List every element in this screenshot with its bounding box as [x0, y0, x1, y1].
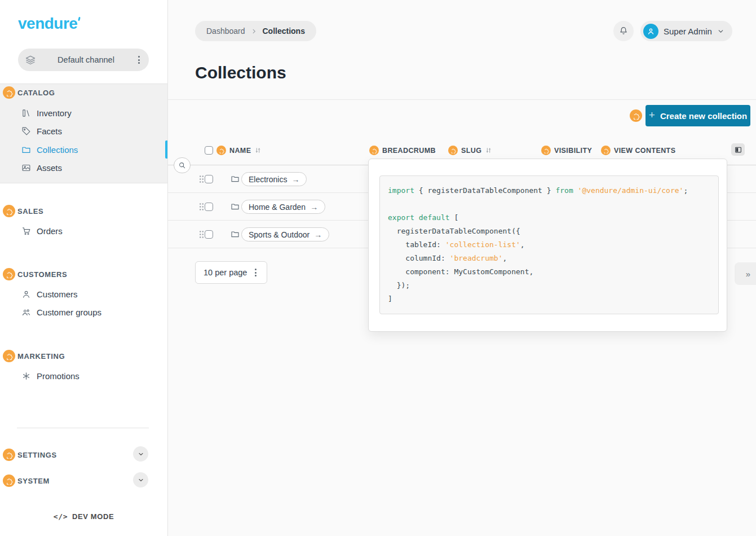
sidebar-item-collections[interactable]: Collections	[21, 143, 78, 156]
extension-point-icon[interactable]	[448, 146, 458, 155]
column-label: VISIBILITY	[554, 147, 592, 155]
page-title: Collections	[195, 63, 286, 82]
create-button-label: Create new collection	[660, 111, 747, 121]
extension-point-icon[interactable]	[3, 268, 15, 280]
user-menu[interactable]: Super Admin	[640, 21, 732, 41]
extension-point-icon[interactable]	[541, 146, 551, 155]
dev-mode-toggle[interactable]: </> DEV MODE	[0, 512, 167, 521]
column-header-slug[interactable]: SLUG	[448, 146, 492, 155]
pagination-next-button[interactable]: »	[735, 262, 756, 285]
sidebar-item-label: Assets	[37, 163, 62, 173]
sidebar-item-assets[interactable]: Assets	[21, 161, 62, 174]
dev-mode-code-popover: import { registerDataTableComponent } fr…	[368, 159, 727, 332]
sidebar-section-customers[interactable]: CUSTOMERS	[3, 267, 67, 281]
row-checkbox[interactable]	[205, 175, 213, 183]
folder-icon	[21, 145, 31, 155]
user-icon	[21, 289, 31, 299]
sidebar-section-catalog[interactable]: CATALOG	[3, 86, 55, 99]
section-label: SALES	[17, 207, 43, 216]
chevron-right-icon	[251, 28, 257, 34]
collection-name: Sports & Outdoor	[249, 230, 310, 239]
sidebar-item-customer-groups[interactable]: Customer groups	[21, 305, 101, 319]
create-new-collection-button[interactable]: + Create new collection	[646, 105, 750, 126]
column-picker-button[interactable]	[731, 143, 745, 156]
breadcrumb[interactable]: Dashboard Collections	[195, 21, 316, 41]
table-search-button[interactable]	[174, 157, 191, 173]
sidebar-item-label: Inventory	[37, 108, 72, 118]
section-label: SYSTEM	[17, 477, 50, 485]
drag-handle-icon[interactable]	[199, 175, 204, 183]
users-icon	[21, 307, 31, 317]
sidebar-section-settings[interactable]: SETTINGS	[3, 448, 57, 462]
folder-icon	[231, 230, 240, 239]
collection-name: Home & Garden	[249, 203, 306, 212]
vendure-logo[interactable]: vendure	[18, 15, 80, 33]
select-all-checkbox[interactable]	[205, 146, 213, 155]
extension-point-icon[interactable]	[369, 146, 379, 155]
extension-point-icon[interactable]	[216, 146, 226, 155]
section-label: CATALOG	[17, 89, 55, 97]
code-block: import { registerDataTableComponent } fr…	[379, 175, 719, 314]
extension-point-icon[interactable]	[601, 146, 611, 155]
sidebar-section-sales[interactable]: SALES	[3, 204, 43, 218]
plus-icon: +	[649, 109, 655, 121]
collection-name: Electronics	[249, 175, 287, 184]
collection-link[interactable]: Sports & Outdoor →	[241, 227, 329, 241]
sidebar-section-system[interactable]: SYSTEM	[3, 474, 50, 487]
avatar	[643, 24, 658, 39]
row-checkbox[interactable]	[205, 203, 213, 211]
sidebar-item-label: Promotions	[37, 371, 79, 381]
per-page-menu-icon[interactable]	[253, 266, 259, 279]
per-page-label: 10 per page	[204, 268, 247, 277]
notifications-button[interactable]	[613, 21, 634, 41]
sidebar-item-orders[interactable]: Orders	[21, 224, 63, 238]
sort-icon[interactable]	[485, 147, 492, 154]
logo-tick	[78, 17, 81, 21]
extension-point-icon[interactable]	[3, 205, 15, 217]
section-label: SETTINGS	[17, 451, 57, 459]
sidebar-section-marketing[interactable]: MARKETING	[3, 349, 65, 363]
column-label: BREADCRUMB	[382, 147, 436, 155]
collection-link[interactable]: Home & Garden →	[241, 200, 325, 214]
channel-selector[interactable]: Default channel	[18, 49, 149, 71]
column-header-view-contents[interactable]: VIEW CONTENTS	[601, 146, 675, 155]
section-label: CUSTOMERS	[17, 270, 67, 279]
extension-point-icon[interactable]	[3, 475, 15, 487]
row-checkbox[interactable]	[205, 230, 213, 239]
system-expand-button[interactable]	[133, 472, 148, 487]
column-header-breadcrumb[interactable]: BREADCRUMB	[369, 146, 436, 155]
extension-point-icon[interactable]	[630, 109, 642, 122]
drag-handle-icon[interactable]	[199, 203, 204, 211]
sidebar-item-inventory[interactable]: Inventory	[21, 106, 72, 120]
collection-link[interactable]: Electronics →	[241, 172, 307, 186]
column-label: SLUG	[461, 147, 481, 155]
sidebar-item-customers[interactable]: Customers	[21, 287, 78, 301]
sidebar-item-facets[interactable]: Facets	[21, 124, 62, 138]
sort-icon[interactable]	[254, 147, 262, 154]
column-header-name[interactable]: NAME	[205, 146, 262, 155]
user-name: Super Admin	[664, 27, 712, 36]
breadcrumb-dashboard[interactable]: Dashboard	[206, 27, 245, 36]
column-header-visibility[interactable]: VISIBILITY	[541, 146, 592, 155]
bell-icon	[618, 26, 629, 36]
double-chevron-right-icon: »	[746, 269, 750, 279]
drag-handle-icon[interactable]	[199, 230, 204, 239]
sidebar-divider	[17, 428, 149, 428]
sidebar-item-promotions[interactable]: Promotions	[21, 369, 79, 383]
cart-icon	[21, 226, 31, 236]
layers-icon	[25, 54, 36, 65]
items-per-page-select[interactable]: 10 per page	[195, 261, 267, 284]
extension-point-icon[interactable]	[3, 350, 15, 362]
extension-point-icon[interactable]	[3, 86, 15, 99]
sidebar: vendure Default channel CATALOG Inventor…	[0, 0, 168, 536]
library-icon	[21, 108, 31, 118]
extension-point-icon[interactable]	[3, 449, 15, 461]
divider	[168, 99, 756, 100]
code-icon: </>	[54, 512, 68, 521]
sidebar-item-label: Orders	[37, 226, 63, 236]
tag-icon	[21, 126, 31, 136]
settings-expand-button[interactable]	[133, 446, 148, 462]
chevron-down-icon	[717, 28, 724, 35]
vendure-logo-text: vendure	[18, 15, 77, 32]
channel-menu-icon[interactable]	[136, 54, 142, 66]
